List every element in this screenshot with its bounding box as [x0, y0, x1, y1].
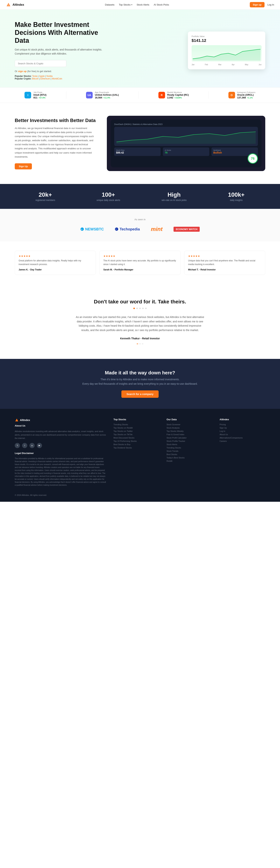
footer-weekly[interactable]: Top Stocks Weekly — [166, 430, 212, 432]
footer-alternatives[interactable]: Alternatives/Comparisons — [220, 437, 265, 439]
reviews-section: ★★★★★ Great platform for alternative dat… — [0, 242, 280, 284]
popular-bitcoin[interactable]: Bitcoin — [32, 78, 39, 80]
nav-datasets[interactable]: Datasets — [105, 3, 115, 6]
youtube-icon[interactable]: ▶ — [37, 443, 42, 448]
footer-reddit-stocks[interactable]: Top Stocks on Reddit — [114, 427, 159, 429]
review-card-1: ★★★★★ Great platform for alternative dat… — [15, 251, 96, 275]
popular-ethereum[interactable]: Ethereum — [40, 78, 50, 80]
stat-company-3: Ready Capital (RC) — [167, 93, 189, 96]
dot-3[interactable] — [139, 308, 141, 309]
dot-2[interactable] — [136, 308, 138, 309]
stat-value-3: 2,042 — [167, 96, 173, 99]
linkedin-icon[interactable]: in — [29, 443, 35, 448]
footer-analysis[interactable]: Stock Analysis — [166, 427, 212, 429]
dark-stats-section: 20k+ registered members 100+ unique dail… — [0, 184, 280, 209]
hero-signup-link[interactable]: sign up — [18, 70, 27, 73]
stat-job-posts: I Job Posts Intuit (NTU) 811 +57.8% — [25, 91, 46, 99]
footer-top-stocks-title: Top Stocks — [114, 418, 159, 421]
footer-pricing[interactable]: Pricing — [220, 424, 265, 426]
cta-heading: Made it all the way down here? — [15, 370, 265, 376]
dot-5[interactable] — [145, 308, 147, 309]
dark-stat-3: High win-rate on AI stock picks — [161, 191, 186, 202]
better-signup-button[interactable]: Sign Up — [15, 163, 32, 169]
nav-links: Datasets Top Stocks Stock Alerts AI Stoc… — [105, 3, 169, 6]
footer-alerts[interactable]: Stock Alerts — [166, 443, 212, 445]
review-cards-grid: ★★★★★ Great platform for alternative dat… — [15, 251, 265, 275]
svg-text:T: T — [116, 228, 117, 230]
footer-trends[interactable]: Stock Trends — [166, 450, 212, 452]
hero-search-input[interactable] — [15, 60, 66, 67]
popular-apple[interactable]: Apple — [39, 75, 45, 78]
cta-line2: Every day we find thousands of insights … — [15, 382, 265, 385]
twitter-icon[interactable]: 𝕏 — [15, 443, 20, 448]
nav-logo[interactable]: AltIndex — [6, 2, 24, 7]
stat-category-2: App Downloads — [95, 91, 119, 93]
popular-nvidia[interactable]: Nvidia — [46, 75, 53, 78]
dark-stat-1: 20k+ registered members — [35, 191, 55, 202]
nav-top-stocks[interactable]: Top Stocks — [119, 3, 132, 6]
review-text-1: Great platform for alternative data insi… — [19, 259, 92, 266]
dot-1[interactable] — [133, 308, 135, 309]
footer-trending[interactable]: Trending Stocks — [166, 446, 212, 449]
footer-social: 𝕏 f in ▶ — [15, 443, 106, 448]
footer-twitter-stocks[interactable]: Top Stocks on Twitter — [114, 430, 159, 432]
stat-reddit: R Reddit Mentions Ready Capital (RC) 2,0… — [158, 91, 189, 99]
dot-4[interactable] — [142, 308, 144, 309]
slider-dot-1[interactable] — [137, 344, 138, 344]
footer-best[interactable]: Best Stocks — [166, 453, 212, 456]
stat-instagram: O Instagram Followers Oracle (ORCL) 137,… — [228, 91, 255, 99]
footer-dividend-stocks[interactable]: Top Dividend Stocks — [114, 446, 159, 449]
footer-reddit[interactable]: Reddit — [166, 460, 212, 462]
testimonial-text: As an investor who has just started this… — [75, 315, 205, 333]
footer-fear-greed[interactable]: Fear & Greed Index — [166, 433, 212, 436]
better-right: DoorDash (DASH) | Statistics & Alternati… — [107, 116, 265, 171]
dark-stat-label-4: daily insights — [228, 199, 245, 202]
footer-login[interactable]: Log In — [220, 430, 265, 432]
review-stars-2: ★★★★★ — [103, 254, 177, 257]
seen-in-section: As seen in N NEWSBTC T Techopedia mint E… — [0, 209, 280, 242]
footer-signup[interactable]: Sign Up — [220, 427, 265, 429]
footer-today-best[interactable]: Today's Best Stocks — [166, 457, 212, 459]
footer-best-stocks[interactable]: Best Stocks to Buy — [114, 443, 159, 445]
footer-careers[interactable]: Careers — [220, 440, 265, 442]
dark-stat-value-3: High — [161, 191, 186, 198]
nav-ai-picks[interactable]: AI Stock Picks — [154, 3, 169, 6]
dark-stat-value-1: 20k+ — [35, 191, 55, 198]
footer-profile-tracker[interactable]: Stock Profile Tracker — [166, 440, 212, 442]
stat-app-downloads: UA App Downloads United Airlines (UAL) 1… — [86, 91, 119, 99]
slider-dot-2[interactable] — [139, 344, 141, 344]
footer-tiktok-stocks[interactable]: Top Stocks on TikTok — [114, 433, 159, 436]
intuit-icon: I — [25, 92, 31, 98]
footer-brand: AltIndex — [20, 418, 30, 422]
better-left: Better Investments with Better Data At A… — [15, 118, 96, 169]
footer-altindex-col: AltIndex Pricing Sign Up Log In About Us… — [220, 418, 265, 487]
footer-about-col: AltIndex About Us AltIndex revolutionize… — [15, 418, 106, 487]
logo-icon — [6, 2, 11, 7]
footer-logo-icon — [15, 418, 19, 422]
hero-popular: Popular Stocks: Tesla | Apple | Nvidia P… — [15, 75, 103, 80]
oracle-icon: O — [228, 92, 235, 98]
review-author-2: Sarah M. - Portfolio Manager — [103, 268, 177, 271]
footer-performing-stocks[interactable]: Top 10 Performing Stocks — [114, 440, 159, 442]
better-title: Better Investments with Better Data — [15, 118, 96, 123]
stat-value-1: 811 — [33, 96, 37, 99]
cta-search-button[interactable]: Search for a company — [121, 391, 159, 398]
footer-discussed-stocks[interactable]: Most Discussed Stocks — [114, 437, 159, 439]
footer-screener[interactable]: Stock Screener — [166, 424, 212, 426]
popular-tesla[interactable]: Tesla — [32, 75, 37, 78]
united-icon: UA — [86, 92, 93, 98]
better-description: At AltIndex, we go beyond traditional fi… — [15, 126, 96, 159]
footer-our-data-col: Our Data Stock Screener Stock Analysis T… — [166, 418, 212, 487]
review-author-1: James K. - Day Trader — [19, 268, 92, 271]
popular-worldcoin[interactable]: WorldCoin — [52, 78, 62, 80]
facebook-icon[interactable]: f — [22, 443, 27, 448]
testimonial-author: Kenneth Thakur - Retail Investor — [15, 337, 265, 340]
login-button[interactable]: Log In — [268, 3, 274, 6]
footer-trending-stocks[interactable]: Trending Stocks — [114, 424, 159, 426]
nav-right: Sign up Log In — [250, 2, 274, 7]
slider-dot-3[interactable] — [142, 344, 143, 344]
nav-stock-alerts[interactable]: Stock Alerts — [137, 3, 149, 6]
signup-button[interactable]: Sign up — [250, 2, 265, 7]
footer-profit-calc[interactable]: Stock Profit Calculator — [166, 437, 212, 439]
footer-about[interactable]: About Us — [220, 433, 265, 436]
